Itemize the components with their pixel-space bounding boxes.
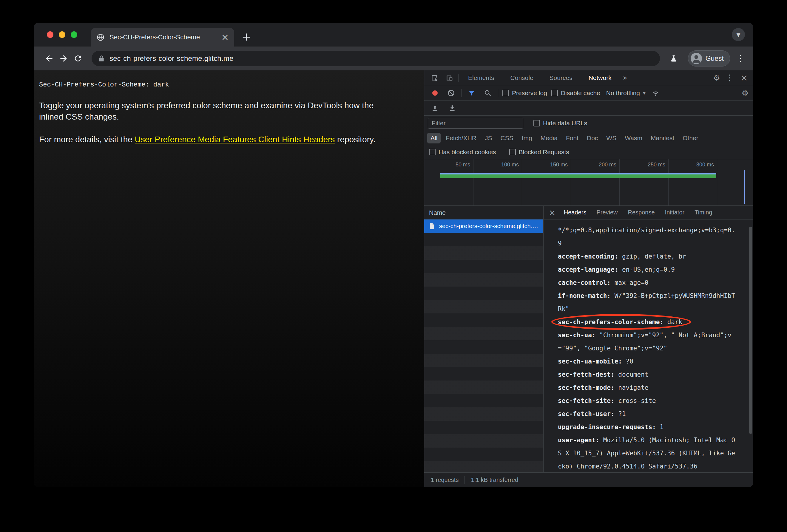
headers-content: */*;q=0.8,application/signed-exchange;v=… xyxy=(544,220,753,472)
checkbox-icon[interactable] xyxy=(551,90,558,96)
network-settings-gear-icon[interactable]: ⚙ xyxy=(742,89,748,97)
scrollbar-thumb[interactable] xyxy=(749,227,752,434)
has-blocked-cookies-checkbox[interactable]: Has blocked cookies xyxy=(429,149,496,156)
profile-label: Guest xyxy=(705,54,724,63)
devtools-settings-gear-icon[interactable]: ⚙ xyxy=(713,73,720,82)
browser-menu-button[interactable]: ⋮ xyxy=(736,54,745,63)
tab-search-button[interactable]: ▾ xyxy=(732,28,745,41)
throttling-select[interactable]: No throttling ▾ xyxy=(606,89,645,96)
import-har-up-arrow-icon xyxy=(431,104,439,112)
page-code-line: Sec-CH-Prefers-Color-Scheme: dark xyxy=(39,81,417,89)
guest-avatar-icon xyxy=(690,53,702,64)
flask-extension-button[interactable] xyxy=(666,51,681,66)
back-button[interactable] xyxy=(42,51,57,66)
tab-preview[interactable]: Preview xyxy=(592,206,622,219)
tab-initiator[interactable]: Initiator xyxy=(660,206,689,219)
header-line: sec-ch-ua-mobile: ?0 xyxy=(558,355,737,368)
page-paragraph-2: For more details, visit the User Prefere… xyxy=(39,134,399,145)
chip-font[interactable]: Font xyxy=(563,133,582,143)
profile-button[interactable]: Guest xyxy=(688,50,730,66)
header-line: */*;q=0.8,application/signed-exchange;v=… xyxy=(558,224,737,250)
checkbox-icon[interactable] xyxy=(503,90,509,96)
close-window-button[interactable] xyxy=(47,31,54,38)
har-toolbar xyxy=(424,101,753,116)
checkbox-icon[interactable] xyxy=(509,149,516,155)
new-tab-button[interactable]: + xyxy=(239,30,253,44)
tab-response[interactable]: Response xyxy=(623,206,660,219)
netbar-divider-2 xyxy=(498,89,498,97)
devtools-menu-kebab-icon[interactable]: ⋮ xyxy=(723,73,736,83)
tab-timing[interactable]: Timing xyxy=(690,206,717,219)
forward-button[interactable] xyxy=(57,51,71,66)
forward-arrow-icon xyxy=(59,54,68,63)
network-filter-input[interactable]: Filter xyxy=(428,118,523,129)
chip-all[interactable]: All xyxy=(427,133,441,143)
requests-empty-rows xyxy=(424,233,543,472)
inspect-element-button[interactable] xyxy=(428,72,440,84)
header-line: accept-encoding: gzip, deflate, br xyxy=(558,250,737,263)
reload-button[interactable] xyxy=(71,51,85,66)
tab-elements[interactable]: Elements xyxy=(462,70,501,85)
header-line: accept-language: en-US,en;q=0.9 xyxy=(558,263,737,276)
status-divider xyxy=(465,476,465,484)
checkbox-icon[interactable] xyxy=(429,149,435,155)
preserve-log-checkbox[interactable]: Preserve log xyxy=(503,89,547,96)
blocked-requests-checkbox[interactable]: Blocked Requests xyxy=(509,149,569,156)
clear-network-log-button[interactable] xyxy=(445,87,457,99)
browser-window: Sec-CH-Prefers-Color-Scheme × + ▾ sec-ch… xyxy=(34,23,753,487)
address-bar[interactable]: sec-ch-prefers-color-scheme.glitch.me xyxy=(91,51,660,66)
record-network-log-button[interactable] xyxy=(429,87,441,99)
header-line: sec-fetch-mode: navigate xyxy=(558,381,737,394)
name-column-header[interactable]: Name xyxy=(424,206,543,220)
chip-css[interactable]: CSS xyxy=(497,133,517,143)
overview-request-bar-green xyxy=(440,174,716,178)
requests-table: Name sec-ch-prefers-color-scheme.glitch.… xyxy=(424,206,544,472)
network-search-button[interactable] xyxy=(482,87,494,99)
chip-doc[interactable]: Doc xyxy=(583,133,601,143)
preserve-log-label: Preserve log xyxy=(512,89,547,96)
tab-sources[interactable]: Sources xyxy=(543,70,579,85)
hide-data-urls-checkbox[interactable]: Hide data URLs xyxy=(533,119,587,127)
checkbox-icon[interactable] xyxy=(533,120,540,127)
client-hints-headers-link[interactable]: User Preference Media Features Client Hi… xyxy=(135,135,335,144)
tab-headers[interactable]: Headers xyxy=(559,206,591,219)
header-line: sec-fetch-site: cross-site xyxy=(558,394,737,407)
caret-down-icon: ▾ xyxy=(643,90,645,96)
fullscreen-window-button[interactable] xyxy=(71,31,77,38)
chip-img[interactable]: Img xyxy=(518,133,535,143)
disable-cache-checkbox[interactable]: Disable cache xyxy=(551,89,600,96)
load-event-line xyxy=(744,170,745,204)
inspect-cursor-icon xyxy=(430,74,438,82)
export-har-down-arrow-icon xyxy=(448,104,456,112)
chip-fetch-xhr[interactable]: Fetch/XHR xyxy=(442,133,480,143)
netbar-divider xyxy=(461,89,462,97)
chip-wasm[interactable]: Wasm xyxy=(621,133,645,143)
filter-toggle-button[interactable] xyxy=(466,87,477,99)
request-row[interactable]: sec-ch-prefers-color-scheme.glitch.me xyxy=(424,220,543,233)
chip-manifest[interactable]: Manifest xyxy=(647,133,678,143)
more-panels-chevron-icon[interactable]: » xyxy=(621,74,629,82)
tab-console[interactable]: Console xyxy=(504,70,540,85)
lock-icon xyxy=(98,54,105,62)
import-har-button[interactable] xyxy=(429,102,441,114)
export-har-button[interactable] xyxy=(446,102,458,114)
devtools-close-icon[interactable]: × xyxy=(739,72,749,83)
network-overview-timeline[interactable]: 50 ms 100 ms 150 ms 200 ms 250 ms 300 ms xyxy=(424,159,753,206)
header-line-sec-ch-prefers-color-scheme: sec-ch-prefers-color-scheme: dark xyxy=(558,315,737,329)
flask-icon xyxy=(669,54,678,63)
header-line: sec-fetch-dest: document xyxy=(558,368,737,381)
tab-network[interactable]: Network xyxy=(582,70,618,85)
browser-tab[interactable]: Sec-CH-Prefers-Color-Scheme × xyxy=(91,28,234,46)
chip-other[interactable]: Other xyxy=(679,133,702,143)
details-close-icon[interactable]: × xyxy=(546,208,558,217)
device-toolbar-button[interactable] xyxy=(443,72,455,84)
timeline-gridline: 300 ms xyxy=(424,159,717,205)
minimize-window-button[interactable] xyxy=(59,31,65,38)
main-area: Sec-CH-Prefers-Color-Scheme: dark Toggle… xyxy=(34,70,753,487)
document-icon xyxy=(428,223,435,230)
chip-js[interactable]: JS xyxy=(482,133,495,143)
tab-close-icon[interactable]: × xyxy=(221,33,229,42)
network-conditions-button[interactable] xyxy=(650,87,662,99)
chip-media[interactable]: Media xyxy=(537,133,561,143)
chip-ws[interactable]: WS xyxy=(603,133,620,143)
